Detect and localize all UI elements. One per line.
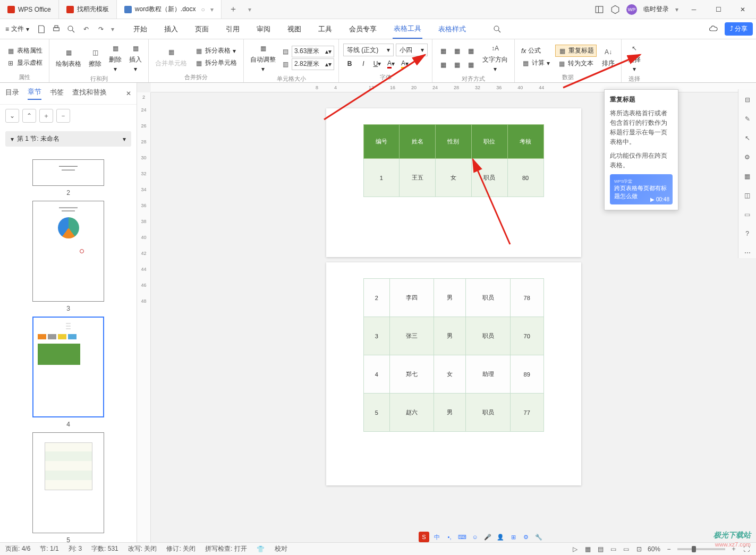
convert-to-text-button[interactable]: ▦转为文本 xyxy=(555,58,597,69)
status-words[interactable]: 字数: 531 xyxy=(91,544,118,553)
tab-table-style[interactable]: 表格样式 xyxy=(437,20,467,38)
tab-insert[interactable]: 插入 xyxy=(163,20,179,38)
zoom-value[interactable]: 60% xyxy=(648,545,660,553)
redo-icon[interactable]: ↷ xyxy=(96,24,106,34)
split-cells-button[interactable]: ▦拆分单元格 xyxy=(192,57,239,69)
app-tab-wps[interactable]: WPS Office xyxy=(0,0,59,19)
tab-list-icon[interactable]: ▾ xyxy=(248,6,251,13)
table-properties-button[interactable]: ▦表格属性 xyxy=(4,45,45,56)
ime-person-button[interactable]: 👤 xyxy=(495,532,506,542)
th-score[interactable]: 考核 xyxy=(507,125,543,159)
tab-tools[interactable]: 工具 xyxy=(317,20,333,38)
file-menu-button[interactable]: ≡ 文件 ▾ xyxy=(3,23,31,35)
rs-ruler-icon[interactable]: ◫ xyxy=(742,190,753,201)
preview-icon[interactable] xyxy=(66,24,76,34)
text-direction-button[interactable]: ↕A文字方向▾ xyxy=(480,41,510,74)
view-print-icon[interactable]: ▦ xyxy=(584,545,592,553)
nav-add-button[interactable]: ＋ xyxy=(39,109,53,123)
calculate-button[interactable]: ▦计算▾ xyxy=(519,57,552,69)
th-gender[interactable]: 性别 xyxy=(436,125,472,159)
rs-pencil-icon[interactable]: ✎ xyxy=(742,114,753,124)
th-position[interactable]: 职位 xyxy=(471,125,507,159)
ime-punct-button[interactable]: •, xyxy=(444,532,455,542)
bold-button[interactable]: B xyxy=(343,57,356,70)
thumbnail-3[interactable]: ▬▬▬▬▬▬▬▬▬▬▬▬ 3 xyxy=(32,201,104,312)
eraser-button[interactable]: ◫擦除 xyxy=(87,46,104,70)
highlight-color-button[interactable]: A▾ xyxy=(398,57,411,70)
row-height-input[interactable]: 3.63厘米▴▾ xyxy=(292,46,334,57)
align-tr-button[interactable]: ▦ xyxy=(464,45,477,57)
cube-icon[interactable] xyxy=(610,5,620,14)
underline-button[interactable]: U▾ xyxy=(371,57,384,70)
print-icon[interactable] xyxy=(52,24,61,34)
share-button[interactable]: ⤴ 分享 xyxy=(725,22,753,36)
italic-button[interactable]: I xyxy=(357,57,370,70)
login-label[interactable]: 临时登录 xyxy=(643,5,669,14)
panel-icon[interactable] xyxy=(594,5,604,14)
user-avatar[interactable]: WP xyxy=(626,4,637,15)
cloud-icon[interactable] xyxy=(709,24,718,34)
minimize-button[interactable]: ─ xyxy=(685,2,703,17)
ime-keyboard-button[interactable]: ⌨ xyxy=(457,532,468,542)
align-ml-button[interactable]: ▦ xyxy=(437,58,449,71)
status-spell[interactable]: 拼写检查: 打开 xyxy=(205,544,247,553)
tab-page[interactable]: 页面 xyxy=(194,20,210,38)
font-color-button[interactable]: A▾ xyxy=(385,57,397,70)
status-page[interactable]: 页面: 4/6 xyxy=(5,544,30,553)
nav-tab-toc[interactable]: 目录 xyxy=(5,88,19,99)
font-family-select[interactable]: 等线 (正文)▾ xyxy=(343,44,394,56)
view-web-icon[interactable]: ▭ xyxy=(609,545,618,553)
split-table-button[interactable]: ▦拆分表格▾ xyxy=(192,45,239,56)
th-id[interactable]: 编号 xyxy=(363,125,400,159)
autofit-button[interactable]: ▦自动调整▾ xyxy=(248,41,278,74)
nav-remove-button[interactable]: － xyxy=(56,109,70,123)
qat-dropdown-icon[interactable]: ▾ xyxy=(111,25,114,33)
status-proof[interactable]: 校对 xyxy=(275,544,287,553)
save-icon[interactable] xyxy=(37,24,46,34)
formula-button[interactable]: fx 公式 xyxy=(519,45,552,56)
nav-collapse-button[interactable]: ⌄ xyxy=(5,109,19,123)
ime-gear-button[interactable]: ⚙ xyxy=(521,532,531,542)
ime-smile-button[interactable]: ☺ xyxy=(470,532,480,542)
document-table-body[interactable]: 2李四男职员78 3张三男职员70 4郑七女助理89 5赵六男职员77 xyxy=(363,278,544,432)
col-width-input[interactable]: 2.82厘米▴▾ xyxy=(292,58,334,70)
ime-mic-button[interactable]: 🎤 xyxy=(482,532,493,542)
thumbnail-4[interactable]: ═════════ 4 xyxy=(32,317,104,428)
status-section[interactable]: 节: 1/1 xyxy=(40,544,58,553)
rs-help-icon[interactable]: ? xyxy=(742,228,753,239)
sort-button[interactable]: A↓排序 xyxy=(600,45,617,69)
nav-tab-bookmarks[interactable]: 书签 xyxy=(50,88,64,99)
rs-settings-icon[interactable]: ⚙ xyxy=(742,152,753,163)
nav-tab-find[interactable]: 查找和替换 xyxy=(72,88,107,99)
status-col[interactable]: 列: 3 xyxy=(69,544,82,553)
thumbnail-2[interactable]: ▬▬▬▬▬▬▬▬▬▬▬▬ 2 xyxy=(32,159,104,197)
th-name[interactable]: 姓名 xyxy=(400,125,436,159)
rs-book-icon[interactable]: ▭ xyxy=(742,209,753,220)
ime-grid-button[interactable]: ⊞ xyxy=(508,532,519,542)
rs-collapse-icon[interactable]: ⊟ xyxy=(742,95,753,105)
status-shirt-icon[interactable]: 👕 xyxy=(257,545,265,553)
fit-icon[interactable]: ⊡ xyxy=(635,545,643,553)
font-size-select[interactable]: 小四▾ xyxy=(396,44,428,56)
ime-s-button[interactable]: S xyxy=(419,532,429,542)
status-track[interactable]: 修订: 关闭 xyxy=(166,544,196,553)
vertical-ruler[interactable]: 2 24 26 28 30 32 34 36 38 40 42 44 46 48 xyxy=(137,92,151,542)
undo-icon[interactable]: ↶ xyxy=(81,24,91,34)
nav-tab-sections[interactable]: 章节 xyxy=(28,87,41,100)
close-button[interactable]: ✕ xyxy=(734,2,752,17)
play-icon[interactable]: ▷ xyxy=(571,545,580,553)
tab-add-button[interactable]: ＋ xyxy=(222,4,245,15)
rs-more-icon[interactable]: ⋯ xyxy=(742,247,753,258)
tooltip-video[interactable]: WPS学堂 跨页表格每页都有标题怎么做 ▶ 00:48 xyxy=(610,174,673,204)
login-dropdown-icon[interactable]: ▾ xyxy=(675,6,678,13)
tab-reference[interactable]: 引用 xyxy=(225,20,241,38)
align-mr-button[interactable]: ▦ xyxy=(464,58,477,71)
app-tab-templates[interactable]: 找稻壳模板 xyxy=(59,0,117,19)
ime-lang-button[interactable]: 中 xyxy=(431,532,442,542)
thumbnail-5[interactable]: 5 xyxy=(32,432,104,542)
rs-grid-icon[interactable]: ▦ xyxy=(742,171,753,182)
insert-button[interactable]: ▦插入▾ xyxy=(127,41,144,74)
rs-select-icon[interactable]: ↖ xyxy=(742,133,753,143)
tab-member[interactable]: 会员专享 xyxy=(348,20,378,38)
tab-view[interactable]: 视图 xyxy=(286,20,302,38)
